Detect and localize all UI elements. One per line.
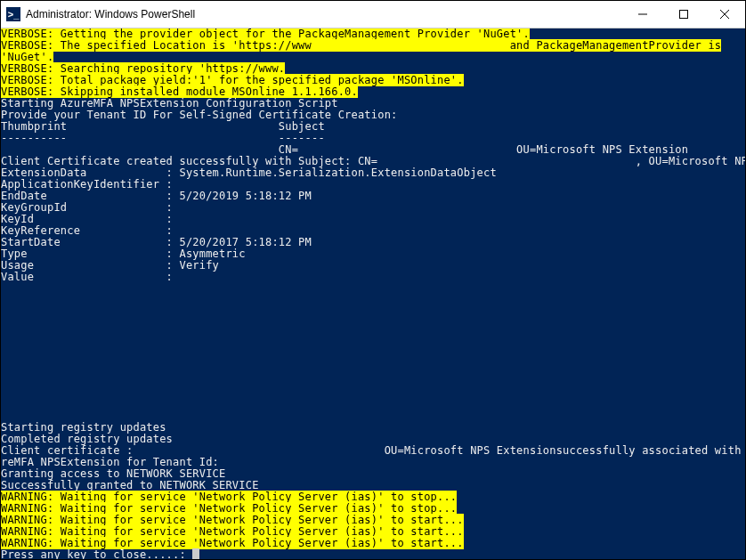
window: >_ Administrator: Windows PowerShell VER… (0, 0, 746, 560)
property-line: EndDate : 5/20/2019 5:18:12 PM (1, 190, 312, 202)
warning-line: WARNING: Waiting for service 'Network Po… (1, 491, 457, 503)
verbose-line: VERBOSE: The specified Location is 'http… (1, 39, 721, 52)
property-line: KeyGroupId : (1, 201, 173, 214)
close-icon (720, 10, 729, 19)
output-line: reMFA NPSExtension for Tenant Id: (1, 456, 219, 468)
powershell-icon: >_ (6, 7, 20, 21)
output-line: Thumbprint Subject (1, 120, 325, 133)
window-title: Administrator: Windows PowerShell (26, 8, 195, 20)
blank-line (1, 363, 7, 376)
verbose-line: VERBOSE: Searching repository 'https://w… (1, 62, 285, 75)
property-line: Type : Asymmetric (1, 248, 246, 260)
verbose-line: 'NuGet'. (1, 51, 53, 63)
close-button[interactable] (704, 1, 745, 28)
output-line: ---------- ------- (1, 132, 325, 144)
blank-line (1, 305, 7, 318)
minimize-icon (638, 10, 647, 19)
cursor (192, 548, 199, 559)
verbose-line: VERBOSE: Total package yield:'1' for the… (1, 74, 464, 86)
output-line: CN= OU=Microsoft NPS Extension (1, 143, 688, 156)
output-line: Starting AzureMFA NPSExtension Configura… (1, 97, 338, 110)
output-line: Starting registry updates (1, 421, 166, 434)
titlebar[interactable]: >_ Administrator: Windows PowerShell (1, 1, 745, 28)
warning-line: WARNING: Waiting for service 'Network Po… (1, 514, 464, 526)
blank-line (1, 282, 7, 295)
blank-line (1, 375, 7, 387)
output-line: Completed registry updates (1, 433, 173, 445)
output-line: Client Certificate created successfully … (1, 155, 745, 167)
svg-rect-1 (680, 11, 688, 19)
console-output[interactable]: VERBOSE: Getting the provider object for… (1, 28, 745, 559)
property-line: KeyId : (1, 213, 173, 225)
blank-line (1, 329, 7, 341)
blank-line (1, 410, 7, 422)
blank-line (1, 352, 7, 364)
output-line: Successfully granted to NETWORK SERVICE (1, 479, 259, 491)
blank-line (1, 386, 7, 399)
property-line: KeyReference : (1, 224, 173, 237)
blank-line (1, 294, 7, 306)
property-line: Value : (1, 271, 173, 283)
output-line: Granting access to NETWORK SERVICE (1, 467, 225, 480)
maximize-icon (679, 10, 688, 19)
warning-line: WARNING: Waiting for service 'Network Po… (1, 525, 464, 538)
maximize-button[interactable] (663, 1, 704, 28)
property-line: ApplicationKeyIdentifier : (1, 178, 173, 191)
minimize-button[interactable] (622, 1, 663, 28)
blank-line (1, 340, 7, 353)
warning-line: WARNING: Waiting for service 'Network Po… (1, 502, 457, 515)
blank-line (1, 317, 7, 329)
output-line: Client certificate : OU=Microsoft NPS Ex… (1, 444, 745, 457)
property-line: StartDate : 5/20/2017 5:18:12 PM (1, 236, 312, 248)
warning-line: WARNING: Waiting for service 'Network Po… (1, 537, 464, 549)
verbose-line: VERBOSE: Skipping installed module MSOnl… (1, 85, 358, 98)
blank-line (1, 398, 7, 410)
property-line: ExtensionData : System.Runtime.Serializa… (1, 166, 497, 179)
output-line: Provide your Tenant ID For Self-Signed C… (1, 109, 397, 121)
prompt-line: Press any key to close.....: (1, 548, 192, 559)
property-line: Usage : Verify (1, 259, 219, 272)
